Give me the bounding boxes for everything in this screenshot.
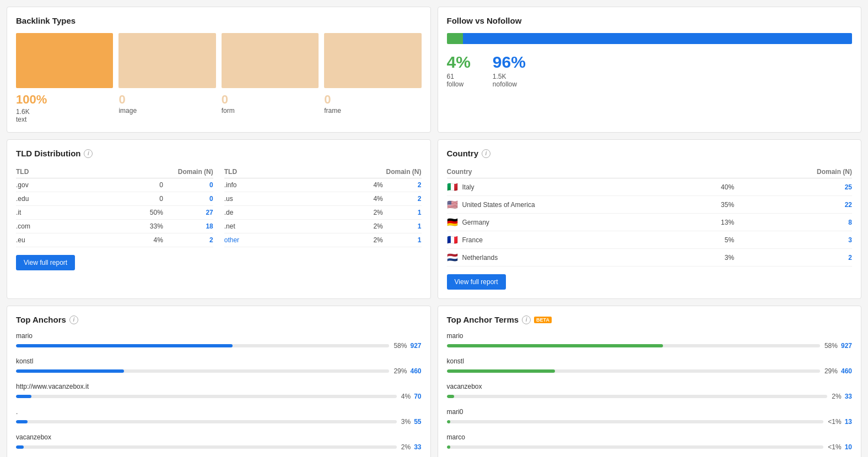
anchor-stats: 29% 460 bbox=[393, 367, 421, 375]
follow-count: 61 bbox=[447, 73, 471, 80]
anchor-bar-fill bbox=[16, 420, 28, 423]
tld-right-tld: .us bbox=[224, 192, 283, 206]
anchor-term-stats: <1% 10 bbox=[828, 443, 852, 451]
country-name: Italy bbox=[462, 183, 475, 191]
tld-left-tld: .com bbox=[16, 220, 73, 233]
anchor-count: 927 bbox=[410, 342, 421, 350]
top-anchor-terms-label: Top Anchor Terms bbox=[447, 315, 519, 324]
tld-left-tld: .gov bbox=[16, 178, 73, 192]
anchor-term-pct-label: <1% bbox=[828, 418, 841, 426]
tld-left-pct: 33% bbox=[73, 220, 163, 233]
anchor-pct-label: 58% bbox=[393, 342, 407, 350]
top-anchors-card: Top Anchors i mario 58% 927 konstl 29% 4… bbox=[7, 306, 431, 457]
country-n: 3 bbox=[734, 231, 852, 249]
tld-right-row: other 2% 1 bbox=[224, 233, 422, 247]
top-anchor-terms-card: Top Anchor Terms i BETA mario 58% 927 ko… bbox=[438, 306, 862, 457]
anchor-term-label: marco bbox=[447, 433, 853, 441]
anchor-bar-wrap: 3% 55 bbox=[16, 418, 422, 426]
tld-left-table: TLD Domain (N) .gov 0 0 .edu 0 0 .it 50%… bbox=[16, 166, 213, 247]
tld-left-n: 2 bbox=[163, 233, 213, 247]
anchor-bar-fill bbox=[16, 445, 24, 449]
tld-right-n: 1 bbox=[383, 233, 422, 247]
anchor-item: mario 58% 927 bbox=[16, 332, 422, 350]
tld-left-row: .gov 0 0 bbox=[16, 178, 213, 192]
country-col-header: Country bbox=[447, 166, 690, 178]
top-anchor-terms-info-icon[interactable]: i bbox=[522, 315, 531, 324]
country-flag-name: 🇩🇪 Germany bbox=[447, 214, 690, 231]
anchor-term-label: mario bbox=[447, 332, 853, 340]
tld-left-tld: .eu bbox=[16, 233, 73, 247]
country-pct: 40% bbox=[690, 178, 734, 196]
anchor-pct-label: 2% bbox=[401, 443, 411, 451]
top-anchors-info-icon[interactable]: i bbox=[69, 315, 78, 324]
tld-left-row: .edu 0 0 bbox=[16, 192, 213, 206]
anchor-term-bar-wrap: 29% 460 bbox=[447, 367, 853, 375]
tld-right-n: 1 bbox=[383, 220, 422, 233]
country-flag-name: 🇺🇸 United States of America bbox=[447, 196, 690, 214]
follow-bar-follow-segment bbox=[447, 33, 463, 44]
tld-right-table: TLD Domain (N) .info 4% 2 .us 4% 2 .de 2… bbox=[224, 166, 422, 247]
country-pct: 5% bbox=[690, 231, 734, 249]
country-label: Country bbox=[447, 149, 479, 158]
anchor-term-stats: <1% 13 bbox=[828, 418, 852, 426]
country-title: Country i bbox=[447, 149, 853, 158]
backlink-count: 1.6K bbox=[16, 108, 113, 116]
anchor-term-bar-fill bbox=[447, 445, 451, 449]
country-info-icon[interactable]: i bbox=[482, 149, 490, 158]
anchor-term-bar-bg bbox=[447, 445, 824, 449]
tld-left-tld: .it bbox=[16, 206, 73, 220]
top-anchors-list: mario 58% 927 konstl 29% 460 http://www.… bbox=[16, 332, 422, 451]
anchor-stats: 2% 33 bbox=[401, 443, 422, 451]
country-flag: 🇺🇸 bbox=[447, 199, 458, 210]
anchor-term-count: 927 bbox=[841, 342, 852, 350]
tld-right-row: .net 2% 1 bbox=[224, 220, 422, 233]
top-anchor-terms-title: Top Anchor Terms i BETA bbox=[447, 315, 853, 324]
top-anchors-label: Top Anchors bbox=[16, 315, 66, 324]
anchor-term-item: mario 58% 927 bbox=[447, 332, 853, 350]
anchor-term-bar-bg bbox=[447, 395, 828, 398]
backlink-label: frame bbox=[324, 107, 421, 115]
tld-card: TLD Distribution i TLD Domain (N) .gov 0… bbox=[7, 139, 431, 299]
tld-right-tld[interactable]: other bbox=[224, 233, 283, 247]
tld-left-col-header: TLD bbox=[16, 166, 73, 178]
anchor-term-pct-label: <1% bbox=[828, 443, 841, 451]
anchor-count: 460 bbox=[410, 367, 421, 375]
backlink-types-grid: 100% 1.6K text 0 image 0 form 0 frame bbox=[16, 33, 422, 123]
country-flag: 🇳🇱 bbox=[447, 252, 458, 263]
anchor-item: konstl 29% 460 bbox=[16, 357, 422, 375]
anchor-term-bar-bg bbox=[447, 420, 824, 423]
country-view-full-report-button[interactable]: View full report bbox=[447, 274, 506, 290]
country-name: United States of America bbox=[462, 201, 535, 209]
anchor-bar-wrap: 2% 33 bbox=[16, 443, 422, 451]
anchor-term-bar-wrap: <1% 10 bbox=[447, 443, 853, 451]
anchor-term-bar-fill bbox=[447, 344, 664, 347]
anchor-term-bar-wrap: 58% 927 bbox=[447, 342, 853, 350]
anchor-term-item: vacanzebox 2% 33 bbox=[447, 383, 853, 400]
anchor-stats: 3% 55 bbox=[401, 418, 422, 426]
tld-right-n: 2 bbox=[383, 178, 422, 192]
country-flag: 🇮🇹 bbox=[447, 182, 458, 192]
tld-right-pct: 2% bbox=[283, 233, 383, 247]
anchor-label: http://www.vacanzebox.it bbox=[16, 383, 422, 390]
tld-info-icon[interactable]: i bbox=[84, 149, 93, 158]
anchor-term-bar-wrap: <1% 13 bbox=[447, 418, 853, 426]
anchor-item: http://www.vacanzebox.it 4% 70 bbox=[16, 383, 422, 400]
country-card: Country i Country Domain (N) 🇮🇹 Italy 40… bbox=[438, 139, 862, 299]
backlink-label: image bbox=[118, 107, 215, 115]
anchor-bar-wrap: 29% 460 bbox=[16, 367, 422, 375]
anchor-bar-bg bbox=[16, 395, 397, 398]
anchor-label: mario bbox=[16, 332, 422, 340]
anchor-term-label: vacanzebox bbox=[447, 383, 853, 390]
anchor-bar-bg bbox=[16, 445, 397, 449]
anchor-term-count: 460 bbox=[841, 367, 852, 375]
anchor-count: 70 bbox=[414, 393, 421, 400]
tld-view-full-report-button[interactable]: View full report bbox=[16, 255, 75, 270]
tld-right-tld: .info bbox=[224, 178, 283, 192]
anchor-pct-label: 3% bbox=[401, 418, 411, 426]
follow-stat-nofollow: 96% 1.5K nofollow bbox=[493, 53, 526, 88]
anchor-term-pct-label: 58% bbox=[824, 342, 838, 350]
backlink-types-title: Backlink Types bbox=[16, 16, 422, 25]
tld-left-row: .eu 4% 2 bbox=[16, 233, 213, 247]
anchor-term-item: konstl 29% 460 bbox=[447, 357, 853, 375]
anchor-bar-wrap: 58% 927 bbox=[16, 342, 422, 350]
